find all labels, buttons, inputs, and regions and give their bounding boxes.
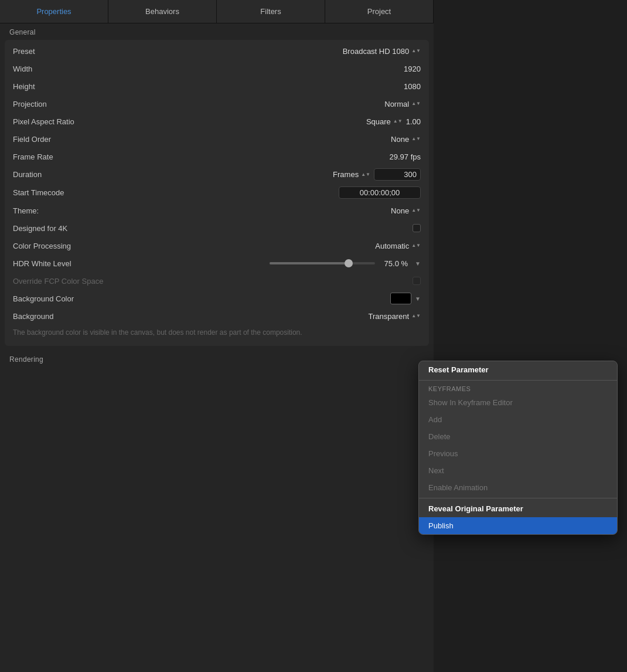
menu-section-keyframes: KEYFRAMES (419, 382, 617, 394)
background-color-swatch[interactable] (390, 293, 411, 304)
field-order-label: Field Order (13, 135, 118, 144)
properties-container: Preset Broadcast HD 1080 ▲▼ Width 1920 H… (5, 40, 429, 346)
projection-row: Projection Normal ▲▼ (5, 95, 429, 113)
color-processing-label: Color Processing (13, 242, 118, 250)
background-row: Background Transparent ▲▼ (5, 307, 429, 325)
preset-label: Preset (13, 47, 118, 56)
preset-text: Broadcast HD 1080 (343, 47, 409, 56)
preset-value: Broadcast HD 1080 ▲▼ (118, 47, 421, 56)
tab-bar: Properties Behaviors Filters Project (0, 0, 434, 23)
designed-4k-row: Designed for 4K (5, 219, 429, 237)
field-order-text: None (391, 135, 409, 144)
hdr-slider-thumb[interactable] (345, 259, 353, 267)
rendering-section-header: Rendering (0, 351, 434, 367)
designed-4k-label: Designed for 4K (13, 224, 118, 233)
height-value: 1080 (404, 82, 421, 91)
override-fcp-row: Override FCP Color Space (5, 272, 429, 290)
pixel-aspect-stepper[interactable]: ▲▼ (393, 119, 403, 124)
menu-divider-2 (419, 498, 617, 498)
tab-properties[interactable]: Properties (0, 0, 108, 23)
menu-item-enable-animation[interactable]: Enable Animation (419, 479, 617, 496)
duration-input[interactable] (374, 168, 421, 181)
tab-behaviors[interactable]: Behaviors (108, 0, 217, 23)
color-processing-stepper[interactable]: ▲▼ (411, 243, 421, 248)
projection-label: Projection (13, 100, 118, 108)
background-label: Background (13, 312, 118, 321)
menu-item-reveal-original[interactable]: Reveal Original Parameter (419, 500, 617, 517)
background-color-label: Background Color (13, 294, 118, 303)
field-order-row: Field Order None ▲▼ (5, 130, 429, 148)
menu-item-publish[interactable]: Publish (419, 517, 617, 534)
hdr-white-level-row: HDR White Level 75.0 % ▼ (5, 254, 429, 272)
hdr-slider-fill (270, 262, 349, 264)
menu-item-reset-parameter[interactable]: Reset Parameter (419, 361, 617, 378)
main-panel: General Preset Broadcast HD 1080 ▲▼ Widt… (0, 23, 434, 672)
hdr-white-level-value: 75.0 % (384, 259, 408, 268)
preset-stepper[interactable]: ▲▼ (411, 49, 421, 53)
theme-label: Theme: (13, 206, 118, 215)
height-label: Height (13, 82, 118, 91)
color-processing-text: Automatic (375, 242, 409, 250)
context-menu: Reset Parameter KEYFRAMES Show In Keyfra… (418, 361, 618, 535)
hdr-disclosure-arrow[interactable]: ▼ (415, 260, 421, 267)
background-color-row: Background Color ▼ (5, 290, 429, 307)
background-stepper[interactable]: ▲▼ (411, 314, 421, 318)
menu-item-show-keyframe-editor[interactable]: Show In Keyframe Editor (419, 394, 617, 411)
override-fcp-checkbox[interactable] (413, 277, 421, 285)
width-row: Width 1920 (5, 60, 429, 77)
background-note: The background color is visible in the c… (5, 325, 429, 344)
pixel-aspect-ratio-value2: 1.00 (406, 117, 421, 126)
background-text: Transparent (369, 312, 410, 321)
theme-stepper[interactable]: ▲▼ (411, 208, 421, 213)
start-timecode-row: Start Timecode (5, 184, 429, 202)
frame-rate-row: Frame Rate 29.97 fps (5, 148, 429, 165)
pixel-aspect-ratio-row: Pixel Aspect Ratio Square ▲▼ 1.00 (5, 113, 429, 130)
duration-row: Duration Frames ▲▼ (5, 165, 429, 184)
designed-4k-checkbox[interactable] (413, 224, 421, 232)
general-section-header: General (0, 23, 434, 40)
start-timecode-label: Start Timecode (13, 188, 118, 197)
theme-row: Theme: None ▲▼ (5, 202, 429, 219)
width-value: 1920 (404, 65, 421, 73)
projection-stepper[interactable]: ▲▼ (411, 101, 421, 106)
override-fcp-label: Override FCP Color Space (13, 277, 118, 286)
pixel-aspect-ratio-label: Pixel Aspect Ratio (13, 117, 118, 126)
menu-item-next[interactable]: Next (419, 462, 617, 479)
duration-label: Duration (13, 170, 118, 179)
tab-filters[interactable]: Filters (217, 0, 325, 23)
tab-project[interactable]: Project (325, 0, 434, 23)
hdr-slider-track[interactable] (270, 262, 375, 264)
frame-rate-value: 29.97 fps (390, 152, 421, 161)
width-label: Width (13, 65, 118, 73)
start-timecode-input[interactable] (339, 186, 421, 199)
color-processing-row: Color Processing Automatic ▲▼ (5, 237, 429, 254)
theme-text: None (391, 206, 409, 215)
duration-unit: Frames (333, 170, 359, 179)
menu-divider-1 (419, 380, 617, 381)
pixel-aspect-ratio-value1: Square (366, 117, 391, 126)
height-row: Height 1080 (5, 77, 429, 95)
menu-item-previous[interactable]: Previous (419, 445, 617, 462)
menu-item-add[interactable]: Add (419, 411, 617, 428)
background-color-dropdown[interactable]: ▼ (415, 296, 421, 302)
menu-item-delete[interactable]: Delete (419, 428, 617, 445)
duration-unit-stepper[interactable]: ▲▼ (361, 172, 370, 177)
field-order-stepper[interactable]: ▲▼ (411, 137, 421, 141)
preset-row: Preset Broadcast HD 1080 ▲▼ (5, 42, 429, 60)
projection-text: Normal (384, 100, 409, 108)
hdr-white-level-label: HDR White Level (13, 259, 118, 268)
frame-rate-label: Frame Rate (13, 152, 118, 161)
